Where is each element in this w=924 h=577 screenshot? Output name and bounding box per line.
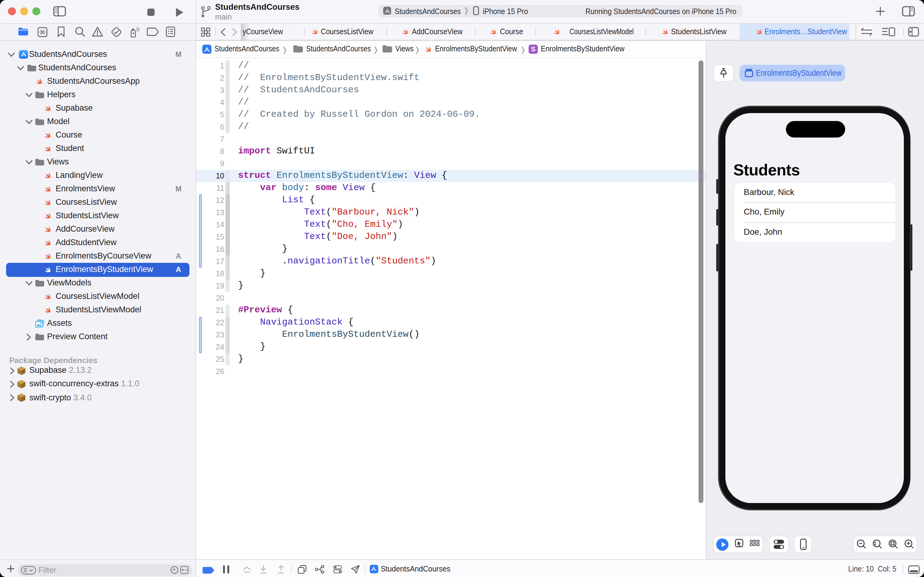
svg-text:1: 1 [874, 541, 877, 546]
